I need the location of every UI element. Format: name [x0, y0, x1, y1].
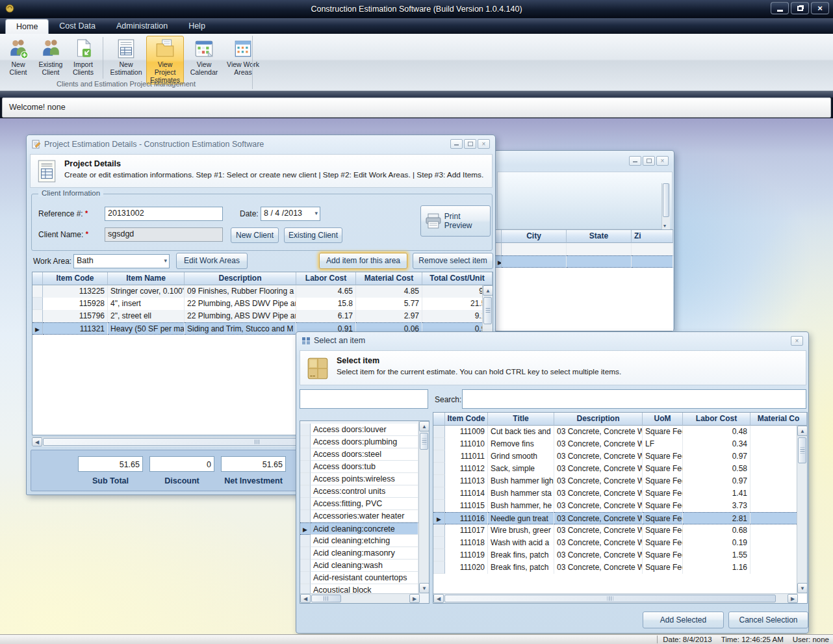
sub-total-value[interactable]: 51.65	[78, 456, 143, 472]
net-investment-value[interactable]: 51.65	[221, 456, 286, 472]
col-total-cost[interactable]: Total Cost/Unit	[422, 272, 493, 285]
scroll-right-icon[interactable]: ▶	[409, 594, 420, 603]
view-project-estimates-ribbon-button[interactable]: View Project Estimates	[146, 36, 184, 84]
existing-client-ribbon-button[interactable]: Existing Client	[35, 36, 66, 79]
item-row[interactable]: ▶ 111019 Break fins, patch 03 Concrete, …	[433, 549, 807, 561]
date-dropdown-arrow[interactable]: ▾	[314, 210, 318, 216]
tab-home[interactable]: Home	[5, 19, 49, 34]
items-col-description[interactable]: Description	[554, 413, 643, 426]
category-item[interactable]: ▶ Access points:wireless	[300, 473, 429, 485]
category-item[interactable]: ▶ Acid cleaning:etching	[300, 535, 429, 547]
tab-help[interactable]: Help	[178, 19, 216, 34]
view-calendar-ribbon-button[interactable]: View Calendar	[185, 36, 223, 79]
scroll-left-icon[interactable]: ◀	[433, 594, 444, 603]
category-item[interactable]: ▶ Access:fitting, PVC	[300, 498, 429, 510]
category-item[interactable]: ▶ Acid-resistant countertops	[300, 572, 429, 584]
category-item[interactable]: ▶ Acid cleaning:concrete	[300, 522, 429, 535]
items-col-item-code[interactable]: Item Code	[445, 413, 488, 426]
category-item[interactable]: ▶ Acid cleaning:masonry	[300, 547, 429, 560]
category-list-vscrollbar[interactable]: ▲ ▼	[418, 421, 429, 593]
cancel-selection-button[interactable]: Cancel Selection	[728, 612, 808, 628]
new-estimation-ribbon-button[interactable]: New Estimation	[107, 36, 145, 79]
category-item[interactable]: ▶ Acid cleaning:wash	[300, 560, 429, 572]
category-item[interactable]: ▶ Accessories:water heater	[300, 510, 429, 522]
category-item[interactable]: ▶ Access doors:louver	[300, 424, 429, 436]
item-row[interactable]: ▶ 111016 Needle gun treat 03 Concrete, C…	[433, 512, 807, 524]
discount-value[interactable]: 0	[149, 456, 214, 472]
project-maximize-button[interactable]	[464, 139, 476, 149]
client-row-selected[interactable]: ▶	[495, 255, 673, 268]
edit-work-areas-button[interactable]: Edit Work Areas	[176, 253, 248, 269]
import-clients-ribbon-button[interactable]: Import Clients	[68, 36, 99, 79]
category-item[interactable]: ▶ Access:control units	[300, 485, 429, 498]
tab-administration[interactable]: Administration	[106, 19, 178, 34]
item-row[interactable]: ▶ 111015 Bush hammer, he 03 Concrete, Co…	[433, 500, 807, 512]
col-material-cost[interactable]: Material Cost	[356, 272, 422, 285]
select-dialog-close-button[interactable]: ×	[791, 336, 803, 346]
item-row[interactable]: ▶ 111010 Remove fins 03 Concrete, Concre…	[433, 438, 807, 450]
remove-item-button[interactable]: Remove select item	[413, 253, 493, 269]
category-item[interactable]: ▶ Access doors:plumbing	[300, 436, 429, 448]
work-area-dropdown-arrow[interactable]: ▾	[164, 257, 167, 264]
date-picker[interactable]: 8 / 4 /2013 ▾	[261, 207, 320, 221]
add-selected-button[interactable]: Add Selected	[643, 612, 724, 628]
scroll-right-icon[interactable]: ▶	[788, 594, 798, 603]
estimate-row[interactable]: ▶ 113225 Stringer cover, 0.100", 09 Fini…	[32, 285, 493, 298]
estimate-row[interactable]: ▶ 115796 2", street ell 22 Plumbing, ABS…	[32, 310, 493, 322]
col-item-code[interactable]: Item Code	[43, 272, 108, 285]
client-col-state[interactable]: State	[567, 230, 632, 243]
client-window-scrollbar[interactable]: ▾	[661, 183, 670, 230]
tab-cost-data[interactable]: Cost Data	[49, 19, 106, 34]
new-client-ribbon-button[interactable]: New Client	[3, 36, 34, 79]
scroll-left-icon[interactable]: ◀	[300, 594, 311, 603]
project-minimize-button[interactable]	[450, 139, 463, 149]
client-col-zip[interactable]: Zi	[632, 230, 673, 243]
scroll-down-icon[interactable]: ▼	[797, 583, 808, 593]
project-close-button[interactable]: ×	[478, 139, 490, 149]
category-item[interactable]: ▶ Access doors:tub	[300, 461, 429, 473]
scroll-up-icon[interactable]: ▲	[797, 426, 808, 436]
items-col-title[interactable]: Title	[488, 413, 554, 426]
view-work-areas-ribbon-button[interactable]: View Work Areas	[224, 36, 262, 79]
item-row[interactable]: ▶ 111017 Wire brush, greer 03 Concrete, …	[433, 524, 807, 537]
add-item-button[interactable]: Add item for this area	[319, 253, 407, 269]
items-col-uom[interactable]: UoM	[643, 413, 683, 426]
item-row[interactable]: ▶ 111013 Bush hammer ligh 03 Concrete, C…	[433, 475, 807, 487]
item-row[interactable]: ▶ 111014 Bush hammer sta 03 Concrete, Co…	[433, 487, 807, 500]
estimate-row[interactable]: ▶ 115928 4", insert 22 Plumbing, ABS DWV…	[32, 298, 493, 310]
minimize-button[interactable]	[771, 2, 789, 14]
client-name-input[interactable]: sgsdgd	[105, 227, 223, 242]
scroll-up-icon[interactable]: ▲	[483, 285, 493, 296]
item-row[interactable]: ▶ 111020 Break fins, patch 03 Concrete, …	[433, 561, 807, 574]
reference-input[interactable]: 20131002	[105, 207, 223, 221]
col-labor-cost[interactable]: Labor Cost	[296, 272, 356, 285]
category-list-hscrollbar[interactable]: ◀ ▶	[300, 593, 420, 603]
item-row[interactable]: ▶ 111018 Wash with acid a 03 Concrete, C…	[433, 537, 807, 549]
col-item-name[interactable]: Item Name	[108, 272, 185, 285]
client-row[interactable]	[495, 243, 673, 255]
scroll-up-icon[interactable]: ▲	[419, 421, 429, 431]
client-col-city[interactable]: City	[502, 230, 567, 243]
items-table-vscrollbar[interactable]: ▲ ▼	[797, 426, 807, 593]
category-filter-input[interactable]	[300, 389, 428, 409]
close-button[interactable]: ×	[811, 2, 829, 14]
work-area-select[interactable]: Bath ▾	[73, 254, 170, 268]
category-item[interactable]: ▶ Access doors:steel	[300, 448, 429, 461]
client-window-maximize-button[interactable]	[643, 156, 655, 166]
item-row[interactable]: ▶ 111009 Cut back ties and 03 Concrete, …	[433, 426, 807, 438]
scroll-left-icon[interactable]: ◀	[32, 437, 42, 446]
client-window-close-button[interactable]: ×	[656, 156, 669, 166]
item-row[interactable]: ▶ 111012 Sack, simple 03 Concrete, Concr…	[433, 463, 807, 475]
new-client-button[interactable]: New Client	[231, 227, 279, 243]
client-window-minimize-button[interactable]	[629, 156, 641, 166]
col-description[interactable]: Description	[185, 272, 296, 285]
restore-button[interactable]	[791, 2, 809, 14]
existing-client-button[interactable]: Existing Client	[284, 227, 342, 243]
items-col-material-cost[interactable]: Material Co	[750, 413, 807, 426]
print-preview-button[interactable]: Print Preview	[420, 205, 491, 237]
scroll-down-icon[interactable]: ▼	[419, 583, 429, 593]
item-row[interactable]: ▶ 111011 Grind smooth 03 Concrete, Concr…	[433, 450, 807, 463]
search-input[interactable]	[462, 389, 806, 409]
items-table-hscrollbar[interactable]: ◀ ▶	[433, 593, 798, 603]
items-col-labor-cost[interactable]: Labor Cost	[683, 413, 750, 426]
